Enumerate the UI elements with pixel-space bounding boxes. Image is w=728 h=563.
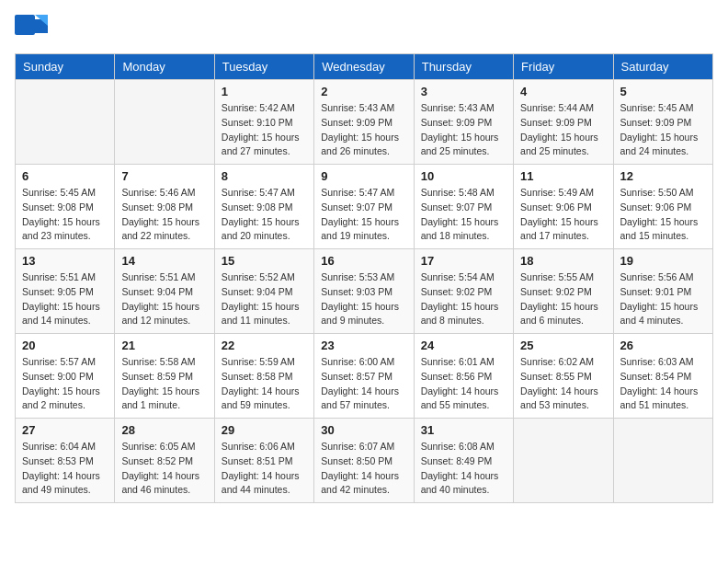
day-info: Sunrise: 6:07 AM Sunset: 8:50 PM Dayligh… — [321, 440, 406, 498]
day-number: 7 — [121, 169, 207, 183]
day-number: 5 — [620, 85, 706, 98]
day-number: 11 — [520, 169, 606, 183]
svg-rect-0 — [15, 15, 35, 35]
calendar-cell: 22Sunrise: 5:59 AM Sunset: 8:58 PM Dayli… — [214, 334, 313, 419]
day-number: 29 — [222, 423, 307, 437]
calendar-cell: 9Sunrise: 5:47 AM Sunset: 9:07 PM Daylig… — [314, 165, 414, 249]
day-info: Sunrise: 6:01 AM Sunset: 8:56 PM Dayligh… — [421, 355, 506, 413]
calendar-cell: 10Sunrise: 5:48 AM Sunset: 9:07 PM Dayli… — [414, 165, 513, 249]
weekday-header: Thursday — [414, 54, 513, 80]
calendar-week-row: 27Sunrise: 6:04 AM Sunset: 8:53 PM Dayli… — [16, 419, 713, 503]
calendar-cell: 19Sunrise: 5:56 AM Sunset: 9:01 PM Dayli… — [613, 249, 712, 334]
page-header — [15, 15, 713, 42]
day-info: Sunrise: 6:08 AM Sunset: 8:49 PM Dayligh… — [421, 440, 506, 498]
calendar-cell: 8Sunrise: 5:47 AM Sunset: 9:08 PM Daylig… — [214, 165, 313, 249]
weekday-header: Wednesday — [314, 54, 414, 80]
calendar-cell: 15Sunrise: 5:52 AM Sunset: 9:04 PM Dayli… — [214, 249, 313, 334]
day-info: Sunrise: 5:49 AM Sunset: 9:06 PM Dayligh… — [520, 186, 606, 244]
day-number: 18 — [520, 254, 606, 268]
calendar-cell: 4Sunrise: 5:44 AM Sunset: 9:09 PM Daylig… — [514, 80, 613, 165]
calendar-cell: 6Sunrise: 5:45 AM Sunset: 9:08 PM Daylig… — [16, 165, 115, 249]
day-number: 6 — [22, 169, 108, 183]
calendar-cell: 21Sunrise: 5:58 AM Sunset: 8:59 PM Dayli… — [115, 334, 214, 419]
day-info: Sunrise: 5:51 AM Sunset: 9:04 PM Dayligh… — [121, 270, 207, 328]
calendar-cell: 13Sunrise: 5:51 AM Sunset: 9:05 PM Dayli… — [16, 249, 115, 334]
calendar-cell — [16, 80, 115, 165]
calendar-cell: 25Sunrise: 6:02 AM Sunset: 8:55 PM Dayli… — [514, 334, 613, 419]
calendar-cell: 17Sunrise: 5:54 AM Sunset: 9:02 PM Dayli… — [414, 249, 513, 334]
day-number: 12 — [620, 169, 706, 183]
day-number: 27 — [22, 423, 108, 437]
logo — [15, 15, 51, 42]
calendar-cell: 14Sunrise: 5:51 AM Sunset: 9:04 PM Dayli… — [115, 249, 214, 334]
day-info: Sunrise: 5:48 AM Sunset: 9:07 PM Dayligh… — [421, 186, 506, 244]
day-number: 4 — [520, 85, 606, 98]
calendar-header: SundayMondayTuesdayWednesdayThursdayFrid… — [16, 54, 713, 80]
weekday-row: SundayMondayTuesdayWednesdayThursdayFrid… — [16, 54, 713, 80]
calendar-cell: 27Sunrise: 6:04 AM Sunset: 8:53 PM Dayli… — [16, 419, 115, 503]
day-info: Sunrise: 5:43 AM Sunset: 9:09 PM Dayligh… — [321, 101, 406, 159]
day-info: Sunrise: 6:06 AM Sunset: 8:51 PM Dayligh… — [222, 440, 307, 498]
day-number: 14 — [121, 254, 207, 268]
calendar-cell: 31Sunrise: 6:08 AM Sunset: 8:49 PM Dayli… — [414, 419, 513, 503]
calendar-cell: 28Sunrise: 6:05 AM Sunset: 8:52 PM Dayli… — [115, 419, 214, 503]
day-number: 31 — [421, 423, 506, 437]
calendar-week-row: 6Sunrise: 5:45 AM Sunset: 9:08 PM Daylig… — [16, 165, 713, 249]
day-info: Sunrise: 5:47 AM Sunset: 9:07 PM Dayligh… — [321, 186, 406, 244]
day-number: 13 — [22, 254, 108, 268]
day-number: 21 — [121, 339, 207, 352]
calendar-cell: 1Sunrise: 5:42 AM Sunset: 9:10 PM Daylig… — [214, 80, 313, 165]
day-number: 24 — [421, 339, 506, 352]
calendar-week-row: 1Sunrise: 5:42 AM Sunset: 9:10 PM Daylig… — [16, 80, 713, 165]
calendar-cell: 11Sunrise: 5:49 AM Sunset: 9:06 PM Dayli… — [514, 165, 613, 249]
day-info: Sunrise: 5:43 AM Sunset: 9:09 PM Dayligh… — [421, 101, 506, 159]
calendar-cell: 7Sunrise: 5:46 AM Sunset: 9:08 PM Daylig… — [115, 165, 214, 249]
calendar-cell: 24Sunrise: 6:01 AM Sunset: 8:56 PM Dayli… — [414, 334, 513, 419]
day-info: Sunrise: 5:55 AM Sunset: 9:02 PM Dayligh… — [520, 270, 606, 328]
calendar-week-row: 13Sunrise: 5:51 AM Sunset: 9:05 PM Dayli… — [16, 249, 713, 334]
day-number: 22 — [222, 339, 307, 352]
day-number: 17 — [421, 254, 506, 268]
day-number: 23 — [321, 339, 406, 352]
calendar-cell: 30Sunrise: 6:07 AM Sunset: 8:50 PM Dayli… — [314, 419, 414, 503]
day-info: Sunrise: 6:03 AM Sunset: 8:54 PM Dayligh… — [620, 355, 706, 413]
day-info: Sunrise: 5:53 AM Sunset: 9:03 PM Dayligh… — [321, 270, 406, 328]
calendar-week-row: 20Sunrise: 5:57 AM Sunset: 9:00 PM Dayli… — [16, 334, 713, 419]
day-info: Sunrise: 6:04 AM Sunset: 8:53 PM Dayligh… — [22, 440, 108, 498]
day-info: Sunrise: 5:56 AM Sunset: 9:01 PM Dayligh… — [620, 270, 706, 328]
day-info: Sunrise: 6:00 AM Sunset: 8:57 PM Dayligh… — [321, 355, 406, 413]
calendar-cell: 26Sunrise: 6:03 AM Sunset: 8:54 PM Dayli… — [613, 334, 712, 419]
day-number: 20 — [22, 339, 108, 352]
day-number: 15 — [222, 254, 307, 268]
calendar-cell: 16Sunrise: 5:53 AM Sunset: 9:03 PM Dayli… — [314, 249, 414, 334]
day-info: Sunrise: 6:02 AM Sunset: 8:55 PM Dayligh… — [520, 355, 606, 413]
calendar-table: SundayMondayTuesdayWednesdayThursdayFrid… — [15, 53, 713, 503]
day-info: Sunrise: 5:45 AM Sunset: 9:08 PM Dayligh… — [22, 186, 108, 244]
calendar-cell — [613, 419, 712, 503]
day-info: Sunrise: 5:52 AM Sunset: 9:04 PM Dayligh… — [222, 270, 307, 328]
day-info: Sunrise: 5:58 AM Sunset: 8:59 PM Dayligh… — [121, 355, 207, 413]
calendar-cell: 23Sunrise: 6:00 AM Sunset: 8:57 PM Dayli… — [314, 334, 414, 419]
day-number: 30 — [321, 423, 406, 437]
day-number: 10 — [421, 169, 506, 183]
weekday-header: Sunday — [16, 54, 115, 80]
calendar-body: 1Sunrise: 5:42 AM Sunset: 9:10 PM Daylig… — [16, 80, 713, 503]
day-info: Sunrise: 5:46 AM Sunset: 9:08 PM Dayligh… — [121, 186, 207, 244]
day-info: Sunrise: 5:51 AM Sunset: 9:05 PM Dayligh… — [22, 270, 108, 328]
day-info: Sunrise: 5:59 AM Sunset: 8:58 PM Dayligh… — [222, 355, 307, 413]
day-number: 1 — [222, 85, 307, 98]
day-number: 16 — [321, 254, 406, 268]
weekday-header: Monday — [115, 54, 214, 80]
day-number: 19 — [620, 254, 706, 268]
day-number: 25 — [520, 339, 606, 352]
calendar-cell: 18Sunrise: 5:55 AM Sunset: 9:02 PM Dayli… — [514, 249, 613, 334]
day-info: Sunrise: 5:47 AM Sunset: 9:08 PM Dayligh… — [222, 186, 307, 244]
calendar-cell — [514, 419, 613, 503]
day-info: Sunrise: 5:42 AM Sunset: 9:10 PM Dayligh… — [222, 101, 307, 159]
day-number: 28 — [121, 423, 207, 437]
day-info: Sunrise: 6:05 AM Sunset: 8:52 PM Dayligh… — [121, 440, 207, 498]
day-number: 2 — [321, 85, 406, 98]
weekday-header: Saturday — [613, 54, 712, 80]
calendar-cell: 20Sunrise: 5:57 AM Sunset: 9:00 PM Dayli… — [16, 334, 115, 419]
day-info: Sunrise: 5:44 AM Sunset: 9:09 PM Dayligh… — [520, 101, 606, 159]
